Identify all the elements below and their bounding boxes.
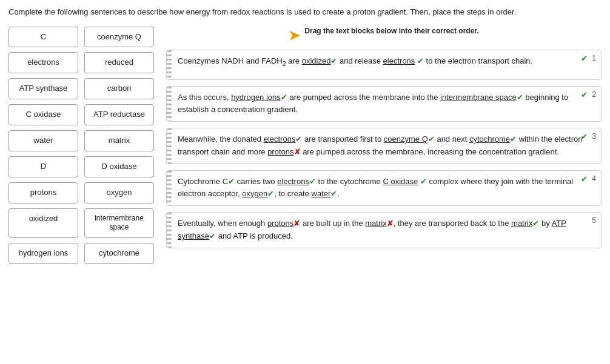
- drop-area: ➤ Drag the text blocks below into their …: [166, 27, 602, 269]
- sentence-text-1: Coenzymes NADH and FADH2 are oxidized✔ a…: [173, 55, 584, 69]
- correct-check-4: ✔: [581, 174, 588, 184]
- step-number-5: 5: [592, 216, 596, 225]
- word-row: C oxidase ATP reductase: [8, 104, 154, 125]
- word-row: protons oxygen: [8, 182, 154, 204]
- word-c-oxidase: C oxidase: [383, 177, 418, 186]
- word-electrons-3: electrons: [277, 177, 309, 186]
- correct-check-1: ✔: [581, 54, 588, 63]
- word-row: hydrogen ions cytochrome: [8, 243, 154, 264]
- sentence-block-5[interactable]: 5 Eventually, when enough protons✘ are b…: [166, 212, 602, 248]
- word-hydrogen-ions: hydrogen ions: [231, 93, 281, 102]
- word-protons: protons: [267, 147, 293, 156]
- word-intermembrane-space: intermembrane space: [440, 93, 517, 102]
- word-coenzyme-q: coenzyme Q: [384, 134, 428, 144]
- word-tile-oxygen[interactable]: oxygen: [84, 182, 154, 204]
- word-tile-d-oxidase[interactable]: D oxidase: [84, 156, 154, 177]
- word-tile-c[interactable]: C: [8, 27, 78, 48]
- word-water: water: [312, 189, 331, 198]
- word-oxidized: oxidized: [302, 56, 331, 65]
- word-bank: C coenzyme Q electrons reduced ATP synth…: [8, 27, 154, 269]
- sentence-block-4[interactable]: ✔ 4 Cytochrome C✔ carries two electrons✔…: [166, 170, 602, 207]
- sentence-block-2[interactable]: ✔ 2 As this occurs, hydrogen ions✔ are p…: [166, 86, 602, 122]
- word-oxygen: oxygen: [242, 189, 267, 198]
- sentence-text-4: Cytochrome C✔ carries two electrons✔ to …: [173, 176, 584, 201]
- word-tile-water[interactable]: water: [8, 130, 78, 151]
- step-number-4: 4: [592, 174, 596, 183]
- step-number-1: 1: [592, 54, 596, 62]
- correct-check-2: ✔: [581, 90, 588, 99]
- word-row: ATP synthase carbon: [8, 78, 154, 99]
- word-row: C coenzyme Q: [8, 27, 154, 48]
- word-cytochrome: cytochrome: [469, 134, 510, 144]
- drag-instruction: ➤ Drag the text blocks below into their …: [166, 27, 602, 44]
- word-tile-intermembrane-space[interactable]: intermembrane space: [84, 208, 154, 238]
- word-tile-atp-synthase[interactable]: ATP synthase: [8, 78, 78, 99]
- sentence-text-3: Meanwhile, the donated electrons✔ are tr…: [173, 133, 584, 159]
- word-tile-hydrogen-ions[interactable]: hydrogen ions: [8, 243, 78, 264]
- word-tile-d[interactable]: D: [8, 156, 78, 177]
- word-matrix-2: matrix: [511, 219, 532, 228]
- word-row: D D oxidase: [8, 156, 154, 177]
- sentence-text-2: As this occurs, hydrogen ions✔ are pumpe…: [173, 91, 584, 117]
- main-layout: C coenzyme Q electrons reduced ATP synth…: [8, 27, 602, 269]
- arrow-icon: ➤: [289, 28, 300, 44]
- sentence-block-3[interactable]: ✔ 3 Meanwhile, the donated electrons✔ ar…: [166, 128, 602, 164]
- step-number-3: 3: [592, 132, 596, 141]
- word-row: electrons reduced: [8, 52, 154, 73]
- sentence-block-1[interactable]: ✔ 1 Coenzymes NADH and FADH2 are oxidize…: [166, 50, 602, 80]
- word-electrons-2: electrons: [264, 134, 296, 144]
- word-tile-oxidized[interactable]: oxidized: [8, 208, 78, 238]
- drag-instruction-text: Drag the text blocks below into their co…: [304, 27, 478, 35]
- word-tile-atp-reductase[interactable]: ATP reductase: [84, 104, 154, 125]
- word-tile-coenzyme-q[interactable]: coenzyme Q: [84, 27, 154, 48]
- word-tile-c-oxidase[interactable]: C oxidase: [8, 104, 78, 125]
- word-tile-cytochrome[interactable]: cytochrome: [84, 243, 154, 264]
- word-tile-electrons[interactable]: electrons: [8, 52, 78, 73]
- word-electrons: electrons: [383, 56, 415, 65]
- word-tile-carbon[interactable]: carbon: [84, 78, 154, 99]
- sentence-text-5: Eventually, when enough protons✘ are bui…: [173, 217, 584, 243]
- word-row: water matrix: [8, 130, 154, 151]
- word-tile-matrix[interactable]: matrix: [84, 130, 154, 151]
- correct-check-3: ✔: [581, 132, 588, 141]
- word-tile-reduced[interactable]: reduced: [84, 52, 154, 73]
- word-matrix: matrix: [365, 219, 386, 228]
- word-row: oxidized intermembrane space: [8, 208, 154, 238]
- step-number-2: 2: [592, 90, 596, 99]
- instructions-text: Complete the following sentences to desc…: [8, 6, 578, 18]
- word-tile-protons[interactable]: protons: [8, 182, 78, 204]
- word-protons-2: protons: [267, 219, 293, 228]
